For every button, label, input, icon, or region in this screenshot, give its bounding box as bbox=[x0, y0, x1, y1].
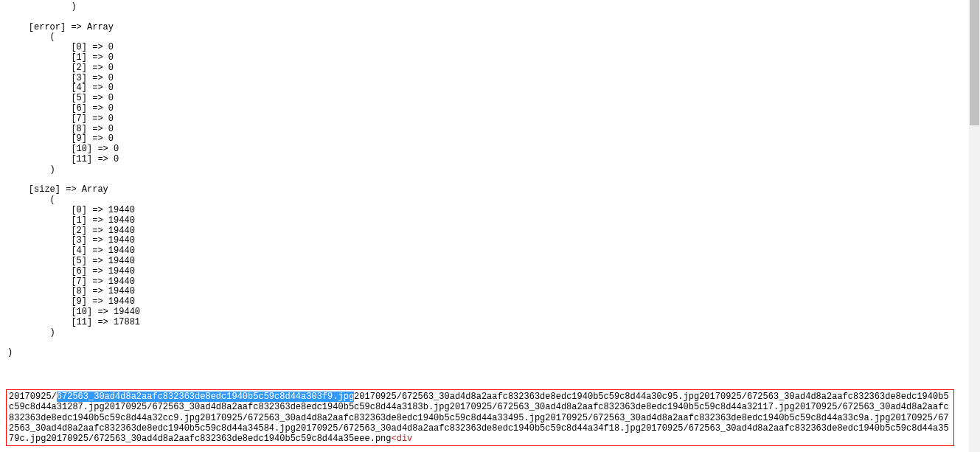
output-prefix: 20170925/ bbox=[9, 392, 57, 402]
vertical-scrollbar-track[interactable] bbox=[969, 0, 980, 452]
vertical-scrollbar-thumb[interactable] bbox=[970, 0, 979, 125]
output-highlight-selection[interactable]: 672563_30ad4d8a2aafc832363de8edc1940b5c5… bbox=[57, 392, 354, 402]
output-div-tag: <div bbox=[391, 434, 412, 444]
output-filenames-box[interactable]: 20170925/672563_30ad4d8a2aafc832363de8ed… bbox=[6, 389, 954, 446]
php-array-dump[interactable]: ) [error] => Array ( [0] => 0 [1] => 0 [… bbox=[0, 0, 969, 358]
page-content: ) [error] => Array ( [0] => 0 [1] => 0 [… bbox=[0, 0, 969, 452]
